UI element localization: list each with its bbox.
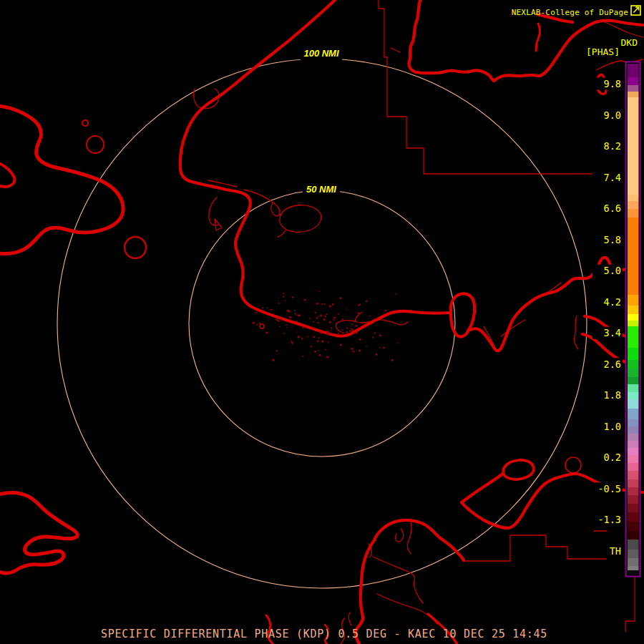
echo-speckle — [339, 297, 341, 299]
ring-label-100nmi: 100 NMI — [303, 48, 339, 59]
colorbar-tick-label: 9.8 — [604, 78, 621, 89]
colorbar-tick-label: 5.0 — [604, 265, 621, 276]
echo-speckle — [325, 349, 326, 351]
product-caption: SPECIFIC DIFFERENTIAL PHASE (KDP) 0.5 DE… — [101, 628, 547, 640]
echo-speckle — [374, 321, 375, 323]
echo-speckle — [276, 350, 278, 351]
echo-speckle — [318, 337, 319, 338]
echo-speckle — [301, 338, 303, 339]
echo-speckle — [358, 350, 361, 352]
echo-speckle — [298, 314, 301, 316]
echo-speckle — [284, 301, 286, 302]
echo-speckle — [324, 303, 326, 305]
echo-speckle — [338, 333, 339, 334]
colorbar-tick-label: 6.6 — [604, 203, 621, 214]
echo-speckle — [270, 308, 273, 311]
colorbar-tick-label: -0.5 — [597, 483, 621, 494]
echo-speckle — [256, 324, 258, 326]
echo-speckle — [372, 337, 374, 338]
echo-speckle — [265, 331, 268, 333]
river-line — [574, 316, 578, 349]
echo-speckle — [379, 347, 381, 348]
echo-speckle — [262, 307, 263, 308]
echo-speckle — [283, 296, 284, 298]
echo-speckle — [358, 312, 360, 314]
echo-speckle — [315, 312, 316, 313]
echo-speckle — [283, 293, 285, 295]
echo-speckle — [253, 322, 255, 324]
echo-speckle — [312, 327, 314, 329]
small-lake — [260, 324, 264, 328]
echo-speckle — [255, 312, 257, 313]
echo-speckle — [368, 321, 370, 323]
channel-line — [373, 557, 423, 603]
channel-line — [377, 594, 437, 624]
echo-speckle — [323, 318, 326, 321]
echo-speckle — [376, 353, 378, 356]
echo-speckle — [379, 334, 381, 336]
echo-speckle — [329, 321, 331, 323]
echo-speckle — [366, 346, 367, 347]
echo-speckle — [358, 304, 359, 306]
echo-speckle — [342, 332, 344, 334]
colorbar-tick-label: 3.4 — [604, 327, 621, 338]
colorbar-tick-label: 1.0 — [604, 421, 621, 432]
echo-speckle — [342, 318, 343, 320]
echo-speckle — [289, 316, 291, 318]
echo-speckle — [321, 340, 323, 342]
echo-speckle — [376, 318, 378, 319]
echo-speckle — [278, 303, 280, 304]
echo-speckle — [322, 303, 323, 305]
echo-speckle — [346, 308, 348, 310]
echo-speckle — [383, 347, 384, 348]
small-lake — [82, 120, 88, 126]
echo-speckle — [318, 354, 321, 356]
echo-speckle — [341, 329, 343, 331]
echo-speckle — [291, 343, 293, 344]
river-line — [391, 48, 400, 52]
echo-speckle — [340, 344, 342, 346]
echo-speckle — [326, 331, 328, 333]
coastline — [462, 474, 503, 502]
echo-speckle — [280, 318, 281, 319]
lake-outline — [0, 106, 123, 254]
echo-speckle — [396, 293, 397, 295]
echo-speckle — [286, 324, 287, 326]
map-boundaries-thin — [82, 0, 643, 644]
echo-speckle — [356, 331, 358, 332]
colorbar-tick-label: 8.2 — [604, 140, 621, 152]
echo-speckle — [309, 318, 311, 319]
colorbar-tick-label: 9.0 — [604, 109, 621, 121]
echo-speckle — [320, 333, 321, 334]
colorbar-tick-label: 0.2 — [604, 452, 621, 463]
county-boundary — [379, 0, 606, 174]
island-outline — [280, 205, 321, 233]
echo-speckle — [349, 330, 351, 332]
echo-speckle — [333, 318, 334, 320]
echo-speckle — [366, 301, 367, 302]
echo-speckle — [391, 359, 394, 361]
river-line — [336, 323, 341, 332]
echo-speckle — [314, 351, 316, 353]
colorbar-tick-label: 1.8 — [604, 389, 621, 401]
caption-bar: SPECIFIC DIFFERENTIAL PHASE (KDP) 0.5 DE… — [101, 628, 547, 640]
echo-speckle — [332, 303, 334, 306]
header: NEXLAB-College of DuPage DKD [PHAS] — [512, 6, 640, 57]
echo-speckle — [326, 333, 328, 335]
echo-speckle — [333, 316, 336, 318]
echo-speckle — [318, 350, 319, 351]
site-title: NEXLAB-College of DuPage — [512, 8, 628, 17]
echo-speckle — [267, 307, 268, 308]
colorbar-tick-label: 4.2 — [604, 296, 621, 308]
echo-speckle — [319, 331, 321, 332]
echo-speckle — [328, 342, 329, 343]
coastline — [374, 520, 464, 560]
echo-speckle — [369, 316, 370, 317]
ring-label-50nmi: 50 NMI — [306, 184, 336, 195]
echo-speckle — [294, 310, 296, 311]
echo-speckle — [313, 321, 314, 323]
range-ring-50nmi — [189, 190, 455, 457]
echo-speckle — [283, 333, 285, 334]
range-ring-100nmi — [57, 59, 587, 588]
channel-line — [396, 529, 404, 542]
